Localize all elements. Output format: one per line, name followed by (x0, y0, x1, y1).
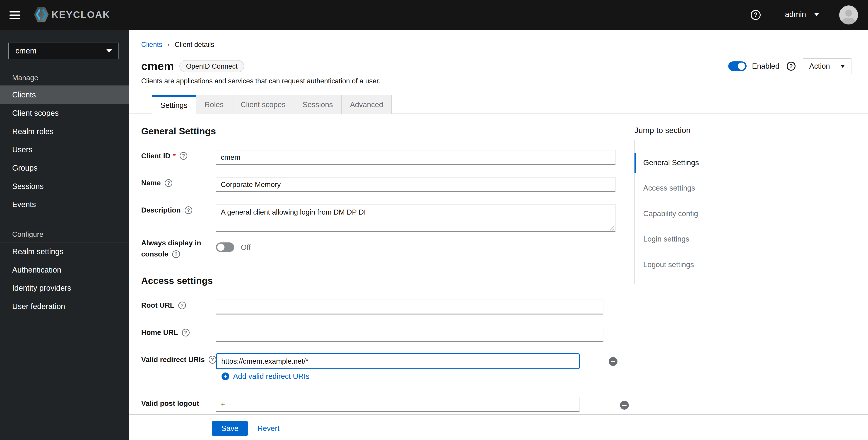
home-url-input[interactable] (216, 327, 603, 342)
required-asterisk: * (173, 152, 176, 160)
home-url-help-icon[interactable]: ? (182, 329, 190, 336)
jump-to-section-heading: Jump to section (634, 126, 691, 135)
root-url-help-icon[interactable]: ? (178, 301, 186, 309)
name-input[interactable] (216, 177, 615, 192)
chevron-down-icon (106, 49, 112, 53)
sidebar-item-authentication[interactable]: Authentication (0, 261, 129, 279)
description-textarea[interactable]: A general client allowing login from DM … (216, 204, 615, 232)
tab-advanced[interactable]: Advanced (342, 95, 392, 114)
nav-group-title: Manage (0, 74, 129, 82)
realm-selector-area: cmem (0, 30, 129, 66)
description-label: Description ? (141, 206, 192, 214)
access-settings-heading: Access settings (141, 275, 213, 286)
name-label: Name ? (141, 179, 173, 187)
sidebar-item-events[interactable]: Events (0, 196, 129, 214)
user-menu[interactable]: admin (785, 10, 819, 19)
jump-nav-active-indicator (634, 153, 636, 173)
keycloak-hexagon-icon (33, 5, 50, 24)
sidebar-item-identity-providers[interactable]: Identity providers (0, 279, 129, 297)
jump-item-general-settings[interactable]: General Settings (643, 158, 699, 167)
realm-selector[interactable]: cmem (8, 42, 119, 59)
username: admin (785, 10, 806, 19)
keycloak-logo[interactable]: KEYCLOAK (33, 5, 110, 24)
name-help-icon[interactable]: ? (165, 179, 173, 187)
sidebar-item-user-federation[interactable]: User federation (0, 297, 129, 316)
description-help-icon[interactable]: ? (185, 206, 192, 214)
nav-group-configure: Configure Realm settings Authentication … (0, 230, 129, 315)
page-title: cmem (141, 60, 174, 73)
realm-name: cmem (16, 47, 99, 55)
masthead: KEYCLOAK ? admin (0, 0, 868, 30)
client-id-help-icon[interactable]: ? (180, 152, 187, 160)
root-url-input[interactable] (216, 299, 603, 315)
brand-wordmark: KEYCLOAK (52, 9, 110, 20)
revert-button[interactable]: Revert (257, 424, 279, 433)
remove-redirect-uri-minus-icon[interactable] (609, 357, 618, 366)
valid-post-logout-label: Valid post logout (141, 399, 199, 408)
valid-redirect-uris-label: Valid redirect URIs ? (141, 355, 216, 364)
client-id-input[interactable] (216, 150, 615, 165)
avatar[interactable] (839, 5, 858, 24)
sidebar-item-clients[interactable]: Clients (0, 86, 129, 104)
action-dropdown[interactable]: Action (803, 58, 851, 74)
chevron-down-icon (840, 65, 845, 68)
page-subtitle: Clients are applications and services th… (141, 77, 380, 85)
valid-redirect-uri-input[interactable] (216, 353, 580, 369)
breadcrumb-current: Client details (175, 40, 214, 49)
jump-item-login-settings[interactable]: Login settings (643, 235, 689, 243)
plus-circle-icon: + (221, 373, 229, 380)
always-display-state: Off (241, 243, 250, 252)
enabled-toggle[interactable] (728, 61, 747, 71)
breadcrumb-separator-icon: › (167, 40, 170, 49)
tabbar: Settings Roles Client scopes Sessions Ad… (129, 95, 868, 114)
add-redirect-uri-link[interactable]: + Add valid redirect URIs (221, 372, 310, 381)
sidebar-item-realm-roles[interactable]: Realm roles (0, 122, 129, 141)
home-url-label: Home URL ? (141, 328, 190, 337)
sidebar-item-realm-settings[interactable]: Realm settings (0, 242, 129, 261)
nav-toggle-hamburger-icon[interactable] (9, 11, 21, 20)
general-settings-heading: General Settings (141, 126, 216, 137)
protocol-badge: OpenID Connect (179, 60, 244, 72)
sidebar: cmem Manage Clients Client scopes Realm … (0, 30, 129, 440)
breadcrumb: Clients › Client details (141, 40, 214, 49)
chevron-down-icon (814, 13, 819, 16)
client-id-label: Client ID * ? (141, 152, 187, 160)
post-logout-uri-input[interactable] (216, 397, 580, 412)
tab-sessions[interactable]: Sessions (294, 95, 342, 114)
sidebar-item-client-scopes[interactable]: Client scopes (0, 104, 129, 122)
form-footer: Save Revert (129, 414, 868, 440)
root-url-label: Root URL ? (141, 301, 186, 310)
breadcrumb-clients-link[interactable]: Clients (141, 40, 162, 49)
save-button[interactable]: Save (212, 421, 248, 436)
resize-grip-icon[interactable] (610, 226, 615, 231)
always-display-toggle[interactable] (216, 242, 234, 252)
always-display-label: Always display in console ? (141, 237, 201, 260)
always-display-help-icon[interactable]: ? (172, 251, 180, 258)
nav-group-manage: Manage Clients Client scopes Realm roles… (0, 74, 129, 214)
nav-group-title: Configure (0, 230, 129, 239)
keycloak-admin-console: KEYCLOAK ? admin cmem Manage Clients Cli… (0, 0, 868, 440)
sidebar-item-sessions[interactable]: Sessions (0, 177, 129, 196)
page-title-row: cmem OpenID Connect Enabled ? Action (141, 57, 851, 76)
enabled-help-icon[interactable]: ? (787, 62, 796, 70)
tab-client-scopes[interactable]: Client scopes (232, 95, 294, 114)
tab-roles[interactable]: Roles (196, 95, 232, 114)
jump-item-access-settings[interactable]: Access settings (643, 184, 695, 193)
main-content: Clients › Client details cmem OpenID Con… (129, 30, 868, 440)
tab-settings[interactable]: Settings (152, 95, 196, 114)
jump-item-capability-config[interactable]: Capability config (643, 209, 698, 218)
valid-redirect-uris-help-icon[interactable]: ? (209, 356, 216, 363)
remove-post-logout-minus-icon[interactable] (620, 401, 629, 410)
sidebar-item-groups[interactable]: Groups (0, 159, 129, 177)
sidebar-item-users[interactable]: Users (0, 141, 129, 159)
help-icon[interactable]: ? (751, 10, 761, 20)
enabled-label: Enabled (752, 62, 779, 70)
jump-item-logout-settings[interactable]: Logout settings (643, 260, 694, 269)
